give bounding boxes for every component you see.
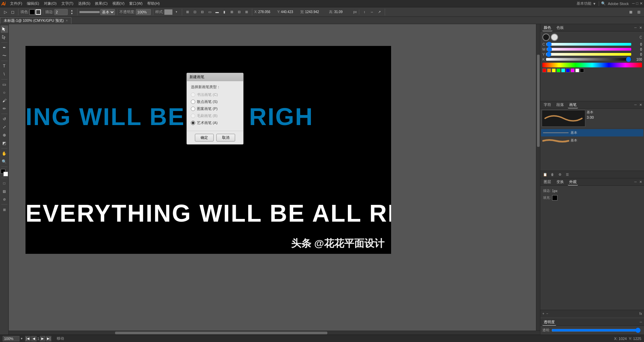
radio-scatter-input[interactable] xyxy=(191,100,195,104)
line-tool[interactable]: \ xyxy=(1,70,8,78)
type-tool[interactable]: T xyxy=(1,62,8,70)
align-icon-2[interactable]: ⊡ xyxy=(192,9,198,15)
brush-panel-minimize[interactable]: ─ xyxy=(634,103,637,107)
fill-indicator[interactable] xyxy=(552,195,557,201)
swatch-red[interactable] xyxy=(542,68,546,72)
maximize-btn[interactable]: □ xyxy=(636,1,638,6)
layers-minimize-btn[interactable]: ─ xyxy=(634,180,637,184)
panel-toggle-btn[interactable]: ▥ xyxy=(635,9,642,15)
fx-btn[interactable]: fx xyxy=(639,312,642,316)
align-icon-8[interactable]: ⊟ xyxy=(236,9,243,15)
direct-select-btn[interactable]: ◻ xyxy=(9,9,16,15)
font-tab[interactable]: 字符 xyxy=(542,102,552,108)
rotate-tool[interactable]: ↺ xyxy=(1,115,8,123)
radio-calligraphic-input[interactable] xyxy=(191,93,195,97)
swatch-cyan[interactable] xyxy=(561,68,565,72)
stock-label[interactable]: Adobe Stock xyxy=(608,2,629,6)
dialog-cancel-btn[interactable]: 取消 xyxy=(216,134,235,141)
transform-icon-1[interactable]: ↕ xyxy=(361,9,368,15)
swatch-blue[interactable] xyxy=(566,68,570,72)
k-slider[interactable] xyxy=(546,58,631,61)
layers-tab[interactable]: 图层 xyxy=(542,179,552,185)
gradient-tool[interactable]: ◩ xyxy=(1,139,8,147)
hand-tool[interactable]: ✋ xyxy=(1,150,8,157)
workspace-dropdown-icon[interactable]: ▾ xyxy=(593,1,595,6)
canvas-area[interactable]: EVERYTHING WILL BE ALL RIC RROW WILL BE … xyxy=(9,24,540,335)
menu-effect[interactable]: 效果(C) xyxy=(93,1,109,6)
menu-file[interactable]: 文件(F) xyxy=(8,1,24,6)
radio-art-input[interactable] xyxy=(191,107,195,111)
brush-preset-textured[interactable]: 基本 xyxy=(541,137,643,144)
stroke-up-btn[interactable]: ▲▼ xyxy=(68,9,75,15)
scale-tool[interactable]: ⤢ xyxy=(1,123,8,131)
radio-bristle-input[interactable] xyxy=(191,121,195,125)
transform-icon-3[interactable]: ↗ xyxy=(376,9,383,15)
next-page-btn[interactable]: ▶ xyxy=(40,336,45,341)
swatch-orange[interactable] xyxy=(547,68,551,72)
align-icon-6[interactable]: ▮ xyxy=(221,9,228,15)
menu-edit[interactable]: 编辑(E) xyxy=(25,1,41,6)
menu-select[interactable]: 选择(S) xyxy=(76,1,93,6)
color-tab[interactable]: 颜色 xyxy=(542,24,552,31)
swatch-magenta[interactable] xyxy=(571,68,575,72)
swatch-white[interactable] xyxy=(575,68,579,72)
opacity-input[interactable] xyxy=(136,9,151,15)
stroke-mode-btn[interactable]: ▨ xyxy=(1,187,8,195)
align-icon-4[interactable]: ▭ xyxy=(206,9,213,15)
layers-close-btn[interactable]: ✕ xyxy=(639,180,642,184)
fill-swatch[interactable] xyxy=(30,9,35,15)
pen-tool[interactable]: ✒ xyxy=(1,44,8,51)
menu-text[interactable]: 文字(T) xyxy=(59,1,75,6)
style-dropdown-btn[interactable]: ▾ xyxy=(173,9,180,15)
paintbrush-tool[interactable]: 🖌 xyxy=(1,97,8,104)
stroke-width-input[interactable] xyxy=(54,9,68,15)
stroke-swatch[interactable] xyxy=(36,9,41,15)
dialog-title-bar[interactable]: 新建画笔 xyxy=(187,73,243,81)
fill-mode-btn[interactable]: □ xyxy=(1,179,8,187)
v-scroll-thumb[interactable] xyxy=(537,55,540,147)
swatch-yellow[interactable] xyxy=(552,68,556,72)
zoom-dropdown-icon[interactable]: ▾ xyxy=(21,337,22,340)
curvature-tool[interactable]: 〜 xyxy=(1,52,8,59)
para-tab[interactable]: 段落 xyxy=(555,102,565,108)
brush-preset-basic[interactable]: 基本 xyxy=(541,129,643,136)
transparency-slider[interactable] xyxy=(551,329,641,332)
ellipse-tool[interactable]: ○ xyxy=(1,89,8,96)
rect-tool[interactable]: ▭ xyxy=(1,81,8,88)
tab-close-btn[interactable]: × xyxy=(66,19,68,22)
horizontal-scrollbar[interactable] xyxy=(9,331,540,335)
y-slider[interactable] xyxy=(546,53,631,56)
dark-color-circle[interactable] xyxy=(542,34,550,41)
last-page-btn[interactable]: ▶| xyxy=(46,336,51,341)
menu-object[interactable]: 对象(O) xyxy=(42,1,59,6)
c-slider[interactable] xyxy=(546,43,631,46)
appearance-tab[interactable]: 外观 xyxy=(568,179,578,185)
radio-pattern-input[interactable] xyxy=(191,114,195,118)
layer-add-btn[interactable]: + xyxy=(542,312,544,316)
selection-tool[interactable] xyxy=(1,25,8,33)
swatch-green[interactable] xyxy=(556,68,560,72)
blend-tool[interactable]: ⊕ xyxy=(1,131,8,139)
brush-select[interactable]: 基本 xyxy=(100,9,115,15)
panel-close-btn[interactable]: ✕ xyxy=(639,26,642,30)
color-spectrum[interactable] xyxy=(542,63,642,67)
view-toggle-btn[interactable]: ▦ xyxy=(627,9,634,15)
menu-window[interactable]: 窗口(W) xyxy=(127,1,145,6)
background-color[interactable] xyxy=(3,172,8,176)
pencil-tool[interactable]: ✏ xyxy=(1,105,8,112)
brush-tab[interactable]: 画笔 xyxy=(568,102,578,108)
align-icon-3[interactable]: ⊟ xyxy=(199,9,206,15)
align-icon-5[interactable]: ▬ xyxy=(214,9,220,15)
brush-options-btn[interactable]: ⚙ xyxy=(557,172,562,177)
first-page-btn[interactable]: |◀ xyxy=(25,336,31,341)
prev-page-btn[interactable]: ◀ xyxy=(31,336,37,341)
distribute-icon[interactable]: ⊞ xyxy=(243,9,250,15)
panel-minimize-btn[interactable]: ─ xyxy=(634,26,637,30)
brush-select-all-btn[interactable]: ☰ xyxy=(565,172,570,177)
transparency-tab[interactable]: 透明度 xyxy=(542,319,556,326)
minimize-btn[interactable]: ─ xyxy=(632,1,635,6)
transform-icon-2[interactable]: ↔ xyxy=(369,9,375,15)
menu-help[interactable]: 帮助(H) xyxy=(145,1,162,6)
transform-tab[interactable]: 变换 xyxy=(555,179,565,185)
artboard-tool[interactable]: ⊞ xyxy=(1,206,8,213)
